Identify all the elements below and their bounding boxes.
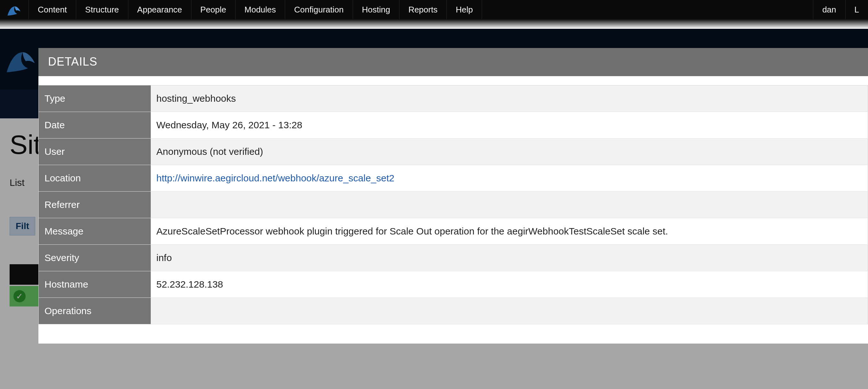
admin-toolbar: Content Structure Appearance People Modu… bbox=[0, 0, 868, 19]
label-type: Type bbox=[39, 86, 151, 112]
site-logo-icon bbox=[6, 43, 38, 75]
menu-content[interactable]: Content bbox=[29, 0, 76, 19]
row-date: Date Wednesday, May 26, 2021 - 13:28 bbox=[39, 112, 868, 138]
label-hostname: Hostname bbox=[39, 271, 151, 298]
check-icon: ✓ bbox=[13, 290, 26, 302]
location-link[interactable]: http://winwire.aegircloud.net/webhook/az… bbox=[156, 173, 395, 183]
menu-structure[interactable]: Structure bbox=[76, 0, 128, 19]
label-location: Location bbox=[39, 165, 151, 192]
label-message: Message bbox=[39, 218, 151, 245]
aegir-logo-icon bbox=[7, 2, 22, 17]
value-referrer bbox=[151, 192, 868, 218]
menu-appearance[interactable]: Appearance bbox=[128, 0, 191, 19]
modal-title: DETAILS bbox=[38, 48, 868, 76]
label-date: Date bbox=[39, 112, 151, 138]
label-user: User bbox=[39, 138, 151, 165]
label-referrer: Referrer bbox=[39, 192, 151, 218]
details-modal: DETAILS Type hosting_webhooks Date Wedne… bbox=[38, 48, 868, 344]
admin-menu: Content Structure Appearance People Modu… bbox=[29, 0, 813, 19]
value-message: AzureScaleSetProcessor webhook plugin tr… bbox=[151, 218, 868, 245]
user-extra[interactable]: L bbox=[845, 0, 868, 19]
value-location: http://winwire.aegircloud.net/webhook/az… bbox=[151, 165, 868, 192]
row-operations: Operations bbox=[39, 298, 868, 324]
value-date: Wednesday, May 26, 2021 - 13:28 bbox=[151, 112, 868, 138]
menu-people[interactable]: People bbox=[191, 0, 236, 19]
menu-help[interactable]: Help bbox=[447, 0, 482, 19]
value-operations bbox=[151, 298, 868, 324]
home-icon[interactable] bbox=[0, 0, 29, 19]
modal-body: Type hosting_webhooks Date Wednesday, Ma… bbox=[38, 76, 868, 344]
row-location: Location http://winwire.aegircloud.net/w… bbox=[39, 165, 868, 192]
label-operations: Operations bbox=[39, 298, 151, 324]
toolbar-shadow bbox=[0, 19, 868, 29]
filter-button[interactable]: Filt bbox=[9, 217, 35, 235]
value-user: Anonymous (not verified) bbox=[151, 138, 868, 165]
row-hostname: Hostname 52.232.128.138 bbox=[39, 271, 868, 298]
user-menu[interactable]: dan bbox=[813, 0, 845, 19]
menu-reports[interactable]: Reports bbox=[399, 0, 447, 19]
menu-hosting[interactable]: Hosting bbox=[353, 0, 399, 19]
menu-configuration[interactable]: Configuration bbox=[285, 0, 353, 19]
value-hostname: 52.232.128.138 bbox=[151, 271, 868, 298]
row-severity: Severity info bbox=[39, 245, 868, 271]
menu-modules[interactable]: Modules bbox=[236, 0, 285, 19]
row-referrer: Referrer bbox=[39, 192, 868, 218]
details-table: Type hosting_webhooks Date Wednesday, Ma… bbox=[38, 85, 868, 324]
label-severity: Severity bbox=[39, 245, 151, 271]
row-type: Type hosting_webhooks bbox=[39, 86, 868, 112]
admin-toolbar-right: dan L bbox=[813, 0, 868, 19]
value-type: hosting_webhooks bbox=[151, 86, 868, 112]
row-user: User Anonymous (not verified) bbox=[39, 138, 868, 165]
row-message: Message AzureScaleSetProcessor webhook p… bbox=[39, 218, 868, 245]
value-severity: info bbox=[151, 245, 868, 271]
